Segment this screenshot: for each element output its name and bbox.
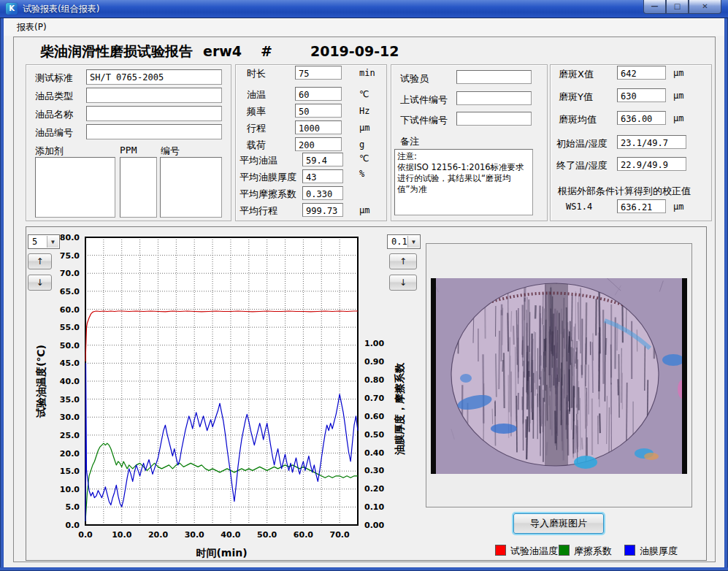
lower-specimen-label: 下试件编号 (400, 114, 448, 127)
report-window: { "window": { "title": "试验报表(组合报表)", "ic… (0, 0, 728, 571)
remark-textarea[interactable]: 注意: 依据ISO 12156-1:2016标准要求 进行的试验，其结果以“磨斑… (394, 149, 533, 215)
close-button[interactable]: ✕ (689, 0, 721, 14)
avg-stroke-input[interactable]: 999.73 (302, 203, 343, 217)
load-input[interactable]: 200 (295, 137, 342, 151)
svg-text:0.0: 0.0 (78, 530, 93, 540)
test-curves-chart: 0.05.010.015.020.025.030.035.040.045.050… (33, 230, 413, 562)
oil-code-input[interactable] (86, 124, 222, 139)
duration-input[interactable]: 75 (295, 66, 342, 80)
operator-label: 试验员 (400, 72, 429, 85)
scar-mean-label: 磨斑均值 (559, 113, 597, 126)
oil-type-input[interactable] (86, 88, 222, 103)
avg-oil-temp-input[interactable]: 59.4 (302, 153, 343, 166)
stroke-input[interactable]: 1000 (295, 120, 342, 134)
menu-bar: 报表(P) (4, 18, 724, 36)
hash-separator: # (261, 43, 272, 59)
scar-mean-input[interactable]: 636.00 (617, 111, 666, 125)
test-standard-label: 测试标准 (35, 72, 73, 85)
svg-text:0.00: 0.00 (364, 521, 384, 530)
svg-text:油膜厚度，摩擦系数: 油膜厚度，摩擦系数 (394, 362, 405, 456)
avg-oil-temp-label: 平均油温 (240, 154, 277, 167)
stroke-unit: µm (359, 123, 369, 133)
svg-text:60.0: 60.0 (60, 305, 80, 315)
legend-swatch-friction (559, 545, 570, 556)
ws14-unit: µm (673, 202, 683, 212)
svg-text:0.60: 0.60 (364, 412, 384, 421)
svg-text:35.0: 35.0 (60, 395, 80, 405)
svg-text:10.0: 10.0 (112, 530, 131, 540)
svg-text:40.0: 40.0 (60, 377, 80, 386)
scar-mean-unit: µm (673, 113, 683, 123)
svg-text:25.0: 25.0 (60, 431, 80, 440)
menu-report[interactable]: 报表(P) (12, 18, 51, 36)
oil-type-label: 油品类型 (35, 90, 73, 103)
upper-specimen-input[interactable] (456, 91, 532, 105)
avg-stroke-unit: µm (359, 205, 369, 215)
svg-text:80.0: 80.0 (60, 233, 80, 242)
initial-temp-humidity-input[interactable]: 23.1/49.7 (617, 135, 686, 149)
frequency-input[interactable]: 50 (295, 104, 342, 118)
ws14-input[interactable]: 636.21 (617, 199, 666, 213)
frequency-unit: Hz (359, 106, 369, 116)
svg-text:40.0: 40.0 (221, 530, 240, 540)
frequency-label: 频率 (247, 105, 266, 118)
svg-text:1.00: 1.00 (364, 339, 384, 348)
maximize-button[interactable]: □ (666, 0, 689, 14)
minimize-button[interactable]: — (643, 0, 666, 14)
upper-specimen-label: 上试件编号 (400, 93, 448, 107)
import-scar-image-button[interactable]: 导入磨斑图片 (513, 513, 604, 534)
report-header: 柴油润滑性磨损试验报告 erw4 # 2019-09-12 (40, 42, 399, 61)
ppm-label: PPM (120, 145, 137, 156)
scar-x-input[interactable]: 642 (617, 66, 666, 80)
svg-text:0.10: 0.10 (364, 502, 384, 512)
svg-text:30.0: 30.0 (185, 530, 204, 540)
svg-text:15.0: 15.0 (60, 467, 80, 476)
final-temp-humidity-input[interactable]: 22.9/49.9 (617, 157, 686, 171)
test-standard-input[interactable]: SH/T 0765-2005 (86, 69, 222, 85)
operator-input[interactable] (456, 70, 532, 84)
scar-y-label: 磨斑Y值 (559, 91, 593, 104)
additive-textarea[interactable] (35, 157, 115, 218)
window-frame-left (0, 18, 4, 571)
avg-friction-input[interactable]: 0.330 (302, 186, 343, 200)
svg-text:30.0: 30.0 (60, 413, 80, 422)
svg-text:0.30: 0.30 (364, 466, 384, 475)
sample-name: erw4 (203, 43, 242, 59)
svg-text:0.50: 0.50 (364, 430, 384, 440)
wear-scar-photo (431, 278, 687, 474)
oil-temp-input[interactable]: 60 (295, 87, 342, 101)
final-temp-humidity-label: 终了温/湿度 (556, 159, 607, 172)
avg-stroke-label: 平均行程 (240, 204, 277, 218)
code-textarea[interactable] (160, 157, 222, 218)
svg-text:50.0: 50.0 (257, 530, 277, 540)
avg-film-unit: % (359, 169, 364, 179)
legend-swatch-oil-temp (495, 545, 506, 556)
additive-label: 添加剂 (35, 145, 64, 158)
svg-text:20.0: 20.0 (148, 530, 168, 540)
legend-label-friction: 摩擦系数 (574, 545, 612, 558)
oil-name-input[interactable] (86, 106, 222, 121)
svg-text:0.90: 0.90 (364, 357, 384, 367)
svg-text:试验油温度(℃): 试验油温度(℃) (35, 345, 47, 418)
svg-text:60.0: 60.0 (294, 530, 313, 540)
avg-oil-temp-unit: ℃ (359, 153, 369, 164)
svg-text:0.80: 0.80 (364, 375, 384, 385)
scar-y-unit: µm (673, 91, 683, 101)
scar-x-unit: µm (673, 68, 683, 78)
svg-text:0.20: 0.20 (364, 484, 384, 494)
scar-y-input[interactable]: 630 (617, 88, 666, 102)
legend-label-oil-temp: 试验油温度 (510, 545, 558, 558)
app-icon: K (6, 3, 18, 15)
oil-temp-label: 油温 (247, 88, 266, 101)
avg-film-input[interactable]: 43 (302, 169, 343, 183)
svg-text:0.40: 0.40 (364, 448, 384, 458)
svg-text:45.0: 45.0 (60, 359, 80, 368)
svg-text:0.70: 0.70 (364, 394, 384, 403)
duration-label: 时长 (247, 67, 266, 80)
initial-temp-humidity-label: 初始温/湿度 (556, 137, 607, 150)
lower-specimen-input[interactable] (456, 112, 532, 126)
title-bar: K 试验报表(组合报表) — □ ✕ (0, 0, 728, 18)
svg-text:65.0: 65.0 (60, 287, 80, 296)
ppm-textarea[interactable] (120, 157, 157, 218)
svg-text:55.0: 55.0 (60, 323, 80, 332)
